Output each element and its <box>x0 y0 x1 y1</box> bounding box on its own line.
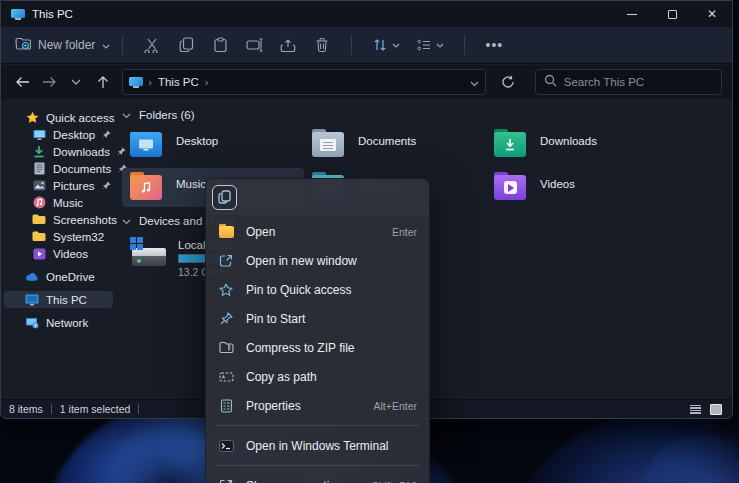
sidebar-item-onedrive[interactable]: OneDrive <box>1 268 116 285</box>
back-button[interactable] <box>11 76 34 88</box>
copy-button[interactable] <box>169 37 203 53</box>
sidebar-item-label: Documents <box>53 163 111 175</box>
sidebar-item-quick-access[interactable]: Quick access <box>1 109 116 126</box>
menu-item-properties[interactable]: Properties Alt+Enter <box>206 391 429 420</box>
address-bar[interactable]: › This PC › <box>122 69 486 95</box>
copy-button[interactable] <box>212 185 237 210</box>
folder-icon <box>32 213 46 227</box>
maximize-button[interactable] <box>652 1 692 27</box>
copy-icon <box>218 190 231 204</box>
menu-item-label: Compress to ZIP file <box>246 341 354 355</box>
share-button[interactable] <box>271 38 305 53</box>
pin-start-icon <box>218 311 234 327</box>
tile-desktop[interactable]: Desktop <box>122 125 304 164</box>
sidebar-item-screenshots[interactable]: Screenshots <box>1 211 116 228</box>
screen: This PC ✕ New folder <box>0 0 739 483</box>
delete-button[interactable] <box>305 37 339 53</box>
menu-item-shortcut: Alt+Enter <box>374 400 417 412</box>
address-dropdown-button[interactable] <box>470 73 479 91</box>
sidebar-item-label: Pictures <box>53 180 95 192</box>
forward-button[interactable] <box>38 76 61 88</box>
breadcrumb-this-pc[interactable]: This PC <box>158 76 199 88</box>
this-pc-icon <box>11 9 25 20</box>
up-button[interactable] <box>91 75 114 89</box>
windows-logo-icon <box>130 237 143 250</box>
menu-separator <box>216 425 419 426</box>
chevron-down-icon <box>122 215 131 227</box>
refresh-button[interactable] <box>496 75 521 89</box>
search-placeholder: Search This PC <box>564 76 644 88</box>
tile-label: Documents <box>358 131 416 147</box>
cut-button[interactable] <box>135 37 169 53</box>
menu-item-compress-to-zip[interactable]: Compress to ZIP file <box>206 333 429 362</box>
context-menu: Open Enter Open in new window Pin to Qui… <box>205 178 430 483</box>
network-icon <box>25 316 39 330</box>
menu-item-pin-to-start[interactable]: Pin to Start <box>206 304 429 333</box>
videos-icon <box>32 247 46 261</box>
view-button[interactable] <box>408 39 452 52</box>
recent-locations-button[interactable] <box>65 79 88 85</box>
tile-label: Desktop <box>176 131 218 147</box>
pictures-icon <box>32 179 46 193</box>
sidebar-item-music[interactable]: Music <box>1 194 116 211</box>
sidebar-item-label: This PC <box>46 294 87 306</box>
open-new-window-icon <box>218 253 234 269</box>
titlebar[interactable]: This PC ✕ <box>1 1 732 27</box>
desktop-folder-icon <box>130 132 162 157</box>
search-input[interactable]: Search This PC <box>535 69 722 95</box>
sidebar-item-videos[interactable]: Videos <box>1 245 116 262</box>
details-view-button[interactable] <box>687 402 703 416</box>
sidebar-item-documents[interactable]: Documents <box>1 160 116 177</box>
rename-button[interactable] <box>237 38 271 52</box>
folder-icon <box>32 230 46 244</box>
sidebar-item-label: Videos <box>53 248 88 260</box>
breadcrumb-separator: › <box>205 76 209 88</box>
sort-button[interactable] <box>364 38 408 52</box>
show-more-icon <box>218 478 234 483</box>
tile-videos[interactable]: Videos <box>486 168 668 207</box>
window-title: This PC <box>32 8 73 20</box>
sidebar-item-this-pc[interactable]: This PC <box>4 291 113 308</box>
menu-separator <box>216 465 419 466</box>
tile-label: Music <box>176 174 206 190</box>
zip-icon <box>218 340 234 356</box>
tile-documents[interactable]: Documents <box>304 125 486 164</box>
onedrive-icon <box>25 270 39 284</box>
menu-item-open-in-new-window[interactable]: Open in new window <box>206 246 429 275</box>
large-icons-view-button[interactable] <box>708 402 724 416</box>
menu-item-open-in-windows-terminal[interactable]: Open in Windows Terminal <box>206 431 429 460</box>
minimize-button[interactable] <box>612 1 652 27</box>
menu-item-copy-as-path[interactable]: Copy as path <box>206 362 429 391</box>
more-options-button[interactable]: ••• <box>477 37 511 53</box>
breadcrumb-separator: › <box>148 76 152 88</box>
sidebar-item-pictures[interactable]: Pictures <box>1 177 116 194</box>
menu-item-label: Pin to Quick access <box>246 283 351 297</box>
close-button[interactable]: ✕ <box>692 1 732 27</box>
folders-section-header[interactable]: Folders (6) <box>116 99 732 125</box>
search-icon <box>544 73 557 91</box>
pin-quick-access-icon <box>218 282 234 298</box>
close-icon: ✕ <box>707 8 717 20</box>
items-count: 8 items <box>9 403 43 415</box>
menu-item-label: Properties <box>246 399 301 413</box>
music-folder-icon <box>130 175 162 200</box>
sidebar-item-system32[interactable]: System32 <box>1 228 116 245</box>
menu-item-pin-to-quick-access[interactable]: Pin to Quick access <box>206 275 429 304</box>
sidebar-item-downloads[interactable]: Downloads <box>1 143 116 160</box>
context-menu-list: Open Enter Open in new window Pin to Qui… <box>206 215 429 483</box>
context-menu-quickbar <box>206 179 429 215</box>
menu-item-open[interactable]: Open Enter <box>206 217 429 246</box>
pin-icon <box>102 130 111 139</box>
paste-button[interactable] <box>203 37 237 53</box>
sidebar-item-desktop[interactable]: Desktop <box>1 126 116 143</box>
music-icon <box>32 196 46 210</box>
chevron-down-icon <box>102 38 110 52</box>
properties-icon <box>218 398 234 414</box>
new-folder-button[interactable]: New folder <box>15 37 110 54</box>
toolbar-separator <box>464 35 465 55</box>
sidebar-item-network[interactable]: Network <box>1 314 116 331</box>
menu-item-show-more-options[interactable]: Show more options Shift+F10 <box>206 471 429 483</box>
tile-downloads[interactable]: Downloads <box>486 125 668 164</box>
videos-folder-icon <box>494 175 526 200</box>
menu-item-label: Open in new window <box>246 254 357 268</box>
